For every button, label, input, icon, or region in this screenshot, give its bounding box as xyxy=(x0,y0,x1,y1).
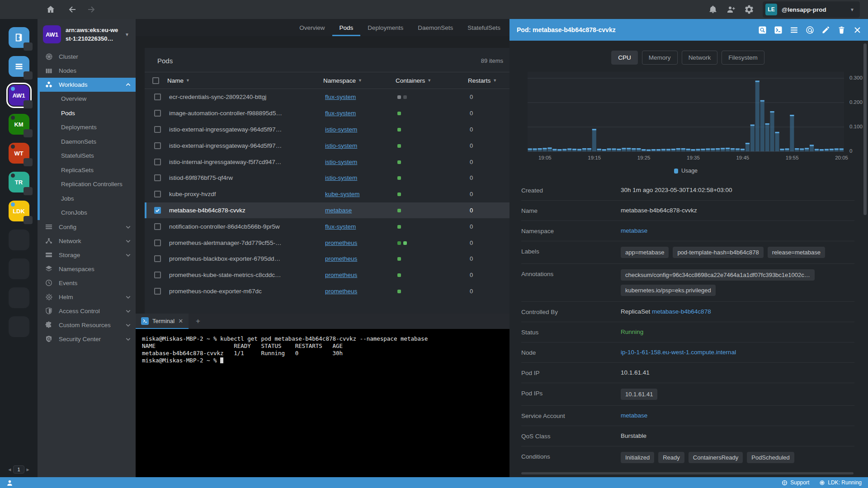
terminal-tab[interactable]: Terminal ✕ xyxy=(136,314,189,329)
cluster-aw1-button[interactable]: AW1 xyxy=(9,85,29,106)
tab-statefulsets[interactable]: StatefulSets xyxy=(460,20,508,36)
cluster-km-button[interactable]: KM xyxy=(9,114,29,135)
back-icon[interactable] xyxy=(67,5,76,14)
table-row[interactable]: istiod-69f876bf75-qf4rwistio-system0 xyxy=(145,170,509,186)
namespace-link[interactable]: flux-system xyxy=(325,223,356,230)
table-row[interactable]: istio-external-ingressgateway-964d5f97…i… xyxy=(145,137,509,154)
table-row[interactable]: notification-controller-86d4cb566b-9pr5w… xyxy=(145,218,509,235)
pod-attach-icon[interactable] xyxy=(806,26,814,34)
sidebar-item-events[interactable]: Events xyxy=(38,276,136,290)
forward-icon[interactable] xyxy=(88,5,97,14)
cluster-selector[interactable]: AW1 arn:aws:eks:eu-west-1:210226350… ▼ xyxy=(38,19,136,50)
sidebar-item-config[interactable]: Config xyxy=(38,220,136,234)
pod-delete-icon[interactable] xyxy=(837,26,846,34)
column-header-restarts[interactable]: Restarts▼ xyxy=(468,77,509,84)
badge[interactable]: pod-template-hash=b4b64c878 xyxy=(673,247,763,258)
sidebar-item-security-center[interactable]: Security Center xyxy=(38,332,136,346)
table-row[interactable]: prometheus-blackbox-exporter-6795dd…prom… xyxy=(145,251,509,267)
table-row[interactable]: metabase-b4b64c878-cvvkzmetabase0 xyxy=(145,202,509,219)
table-row[interactable]: kube-proxy-hvzdfkube-system0 xyxy=(145,186,509,202)
pod-edit-icon[interactable] xyxy=(821,26,830,34)
sidebar-item-access-control[interactable]: Access Control xyxy=(38,304,136,318)
pod-menu-icon[interactable] xyxy=(790,26,798,34)
sidebar-item-cluster[interactable]: Cluster xyxy=(38,50,136,64)
namespace-link[interactable]: metabase xyxy=(325,207,352,214)
row-checkbox[interactable] xyxy=(154,255,161,262)
home-icon[interactable] xyxy=(46,5,55,14)
sidebar-item-nodes[interactable]: Nodes xyxy=(38,64,136,78)
select-all-checkbox[interactable] xyxy=(152,77,159,84)
row-checkbox[interactable] xyxy=(154,142,161,149)
sidebar-item-deployments[interactable]: Deployments xyxy=(38,120,136,135)
sidebar-item-cronjobs[interactable]: CronJobs xyxy=(38,206,136,220)
detail-link[interactable]: metabase xyxy=(621,412,647,419)
cluster-tr-button[interactable]: TR xyxy=(9,172,29,192)
close-terminal-icon[interactable]: ✕ xyxy=(178,318,183,324)
metric-tab-cpu[interactable]: CPU xyxy=(611,51,638,65)
page-next-icon[interactable]: ▶ xyxy=(27,468,29,472)
sidebar-item-replication-controllers[interactable]: Replication Controllers xyxy=(38,177,136,192)
row-checkbox[interactable] xyxy=(154,159,161,165)
badge[interactable]: app=metabase xyxy=(621,247,669,258)
detail-link[interactable]: ip-10-1-61-158.eu-west-1.compute.interna… xyxy=(621,349,736,356)
sidebar-item-network[interactable]: Network xyxy=(38,234,136,248)
pod-shell-icon[interactable] xyxy=(774,26,783,34)
catalog-list-button[interactable] xyxy=(9,56,29,77)
row-checkbox[interactable] xyxy=(154,288,161,295)
column-header-name[interactable]: Name▼ xyxy=(167,77,323,84)
cluster-status[interactable]: LDK: Running xyxy=(819,479,862,486)
badge[interactable]: checksum/config=96c34cc8698ca22e7464a1a1… xyxy=(621,269,815,281)
sidebar-item-custom-resources[interactable]: Custom Resources xyxy=(38,318,136,332)
table-row[interactable]: prometheus-alertmanager-7dd779cf55-…prom… xyxy=(145,235,509,251)
settings-gear-icon[interactable] xyxy=(745,5,754,14)
namespace-link[interactable]: prometheus xyxy=(325,255,357,262)
page-number[interactable]: 1 xyxy=(13,465,24,474)
badge[interactable]: kubernetes.io/psp=eks.privileged xyxy=(621,285,716,296)
badge[interactable]: ContainersReady xyxy=(689,452,743,463)
tab-overview[interactable]: Overview xyxy=(292,20,332,36)
table-row[interactable]: ecr-credentials-sync-28092240-bttgjflux-… xyxy=(145,89,509,105)
tab-deployments[interactable]: Deployments xyxy=(360,20,410,36)
table-row[interactable]: prometheus-kube-state-metrics-c8cddc…pro… xyxy=(145,267,509,283)
badge[interactable]: Ready xyxy=(658,452,684,463)
tab-pods[interactable]: Pods xyxy=(332,20,361,36)
namespace-link[interactable]: prometheus xyxy=(325,288,357,295)
row-checkbox[interactable] xyxy=(154,223,161,230)
row-checkbox[interactable] xyxy=(154,94,161,100)
user-icon[interactable] xyxy=(6,479,13,486)
notifications-icon[interactable] xyxy=(708,5,717,14)
table-row[interactable]: istio-external-ingressgateway-964d5f97…i… xyxy=(145,122,509,138)
row-checkbox[interactable] xyxy=(154,239,161,246)
badge[interactable]: release=metabase xyxy=(768,247,825,258)
detail-scrollbar-vertical[interactable] xyxy=(863,43,867,215)
row-checkbox[interactable] xyxy=(154,191,161,197)
namespace-link[interactable]: flux-system xyxy=(325,94,356,100)
invite-user-icon[interactable] xyxy=(726,5,736,14)
column-header-containers[interactable]: Containers▼ xyxy=(396,77,468,84)
namespace-link[interactable]: istio-system xyxy=(325,142,357,149)
metric-tab-filesystem[interactable]: Filesystem xyxy=(722,51,764,65)
detail-scrollbar-horizontal[interactable] xyxy=(521,472,854,474)
cluster-wt-button[interactable]: WT xyxy=(9,143,29,164)
row-checkbox[interactable] xyxy=(154,207,161,214)
badge[interactable]: Initialized xyxy=(621,452,654,463)
row-checkbox[interactable] xyxy=(154,110,161,117)
badge[interactable]: PodScheduled xyxy=(747,452,794,463)
detail-link[interactable]: metabase xyxy=(621,227,647,234)
row-checkbox[interactable] xyxy=(154,126,161,133)
terminal-output[interactable]: miska@Miskas-MBP-2 ~ % kubectl get pod m… xyxy=(136,329,509,477)
cluster-ldk-button[interactable]: LDK xyxy=(9,201,29,221)
tab-daemonsets[interactable]: DaemonSets xyxy=(410,20,460,36)
row-checkbox[interactable] xyxy=(154,174,161,181)
metric-tab-network[interactable]: Network xyxy=(682,51,718,65)
chart-legend[interactable]: Usage xyxy=(528,168,844,174)
pod-close-icon[interactable] xyxy=(853,26,862,34)
namespace-link[interactable]: prometheus xyxy=(325,272,357,278)
namespace-link[interactable]: istio-system xyxy=(325,159,357,165)
support-link[interactable]: Support xyxy=(782,479,809,486)
table-row[interactable]: image-automation-controller-f988895d5…fl… xyxy=(145,105,509,122)
pod-logs-icon[interactable] xyxy=(758,26,767,34)
table-row[interactable]: prometheus-node-exporter-m67dcprometheus… xyxy=(145,283,509,300)
namespace-link[interactable]: flux-system xyxy=(325,110,356,117)
sidebar-item-overview[interactable]: Overview xyxy=(38,92,136,106)
